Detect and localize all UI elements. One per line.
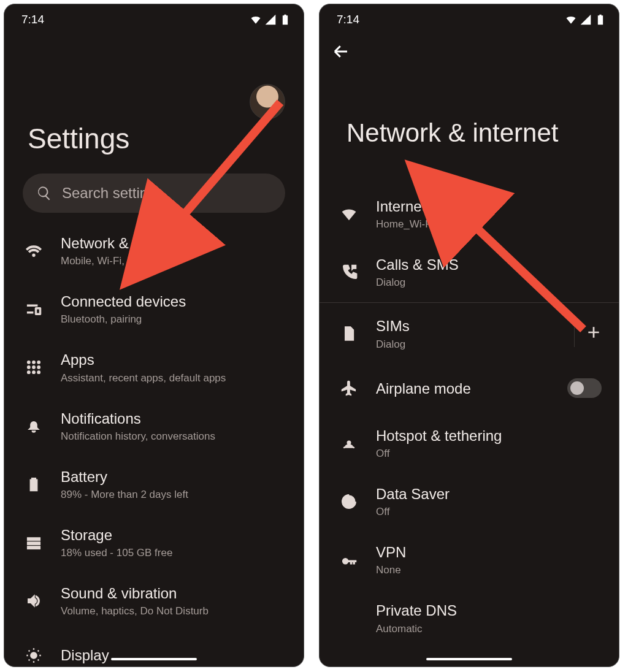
item-sub: None	[376, 564, 602, 576]
network-item-internet[interactable]: Internet Home_Wi-Fi	[320, 185, 619, 243]
svg-point-7	[33, 371, 36, 374]
svg-rect-9	[28, 537, 40, 540]
devices-icon	[21, 300, 46, 318]
item-title: Storage	[61, 525, 286, 544]
wifi-icon	[250, 13, 262, 26]
page-title: Network & internet	[320, 63, 619, 185]
svg-point-15	[348, 441, 351, 445]
network-item-sims[interactable]: SIMs Dialog	[320, 304, 619, 362]
item-title: Hotspot & tethering	[376, 426, 602, 445]
phone-sms-icon	[337, 264, 361, 281]
settings-item-connected-devices[interactable]: Connected devices Bluetooth, pairing	[4, 280, 304, 338]
divider	[574, 320, 575, 347]
apps-icon	[21, 359, 46, 376]
battery-icon	[21, 475, 46, 492]
battery-icon	[594, 13, 607, 26]
signal-icon	[580, 13, 592, 26]
airplane-toggle[interactable]	[567, 378, 602, 398]
search-icon	[36, 185, 52, 201]
item-sub: Bluetooth, pairing	[61, 313, 286, 326]
settings-item-notifications[interactable]: Notifications Notification history, conv…	[4, 397, 304, 455]
status-bar: 7:14	[4, 4, 304, 30]
brightness-icon	[21, 647, 46, 664]
home-indicator[interactable]	[111, 658, 197, 660]
svg-rect-10	[28, 541, 40, 544]
divider	[320, 302, 619, 303]
battery-icon	[279, 13, 291, 26]
phone-network: 7:14 Network & internet Internet Home_Wi…	[319, 4, 619, 667]
network-item-adaptive[interactable]: Adaptive connectivity	[320, 647, 619, 668]
wifi-icon	[337, 205, 361, 223]
svg-point-5	[37, 366, 40, 369]
item-title: Battery	[61, 467, 286, 486]
item-title: Internet	[376, 197, 602, 216]
settings-item-storage[interactable]: Storage 18% used - 105 GB free	[4, 513, 304, 571]
item-sub: Off	[376, 448, 602, 460]
wifi-icon	[565, 13, 577, 26]
network-item-calls-sms[interactable]: Calls & SMS Dialog	[320, 243, 619, 301]
phone-settings: 7:14 Settings Search settings Network & …	[4, 4, 304, 667]
item-title: SIMs	[376, 316, 559, 335]
svg-rect-11	[28, 546, 40, 549]
data-saver-icon	[337, 493, 361, 510]
item-title: Apps	[61, 350, 286, 369]
status-time: 7:14	[21, 13, 44, 26]
add-sim-button[interactable]	[586, 324, 602, 343]
item-title: Adaptive connectivity	[376, 660, 602, 668]
svg-point-3	[28, 366, 31, 369]
sim-icon	[337, 325, 361, 342]
network-item-hotspot[interactable]: Hotspot & tethering Off	[320, 414, 619, 472]
back-button[interactable]	[320, 30, 619, 63]
svg-rect-14	[348, 333, 351, 338]
item-sub: Dialog	[376, 277, 602, 289]
item-title: Calls & SMS	[376, 255, 602, 274]
settings-item-sound[interactable]: Sound & vibration Volume, haptics, Do No…	[4, 571, 304, 630]
item-sub: Mobile, Wi-Fi, hotspot	[61, 255, 286, 267]
network-list: Internet Home_Wi-Fi Calls & SMS Dialog S…	[320, 185, 619, 667]
avatar[interactable]	[250, 84, 285, 120]
item-sub: Dialog	[376, 338, 559, 351]
network-item-airplane[interactable]: Airplane mode	[320, 363, 619, 414]
svg-point-0	[28, 361, 31, 364]
item-sub: Automatic	[376, 623, 602, 635]
vpn-key-icon	[337, 551, 361, 568]
search-placeholder: Search settings	[62, 185, 163, 202]
status-icons	[250, 13, 291, 26]
item-title: Airplane mode	[376, 375, 553, 402]
item-sub: Notification history, conversations	[61, 430, 286, 443]
network-item-private-dns[interactable]: Private DNS Automatic	[320, 589, 619, 647]
network-item-data-saver[interactable]: Data Saver Off	[320, 472, 619, 530]
svg-point-1	[33, 361, 36, 364]
item-title: Display	[61, 642, 286, 667]
item-sub: Volume, haptics, Do Not Disturb	[61, 605, 286, 617]
settings-list: Network & internet Mobile, Wi-Fi, hotspo…	[4, 221, 304, 667]
item-title: Private DNS	[376, 601, 602, 620]
item-sub: 18% used - 105 GB free	[61, 547, 286, 559]
volume-icon	[21, 592, 46, 609]
hotspot-icon	[337, 434, 361, 451]
bell-icon	[21, 417, 46, 434]
svg-point-8	[37, 371, 40, 374]
settings-item-apps[interactable]: Apps Assistant, recent apps, default app…	[4, 338, 304, 396]
svg-point-6	[28, 371, 31, 374]
network-item-vpn[interactable]: VPN None	[320, 530, 619, 589]
settings-item-battery[interactable]: Battery 89% - More than 2 days left	[4, 455, 304, 513]
item-title: Data Saver	[376, 484, 602, 503]
item-sub: Assistant, recent apps, default apps	[61, 372, 286, 384]
search-input[interactable]: Search settings	[23, 174, 285, 213]
status-icons	[565, 13, 607, 26]
svg-point-4	[33, 366, 36, 369]
settings-item-display[interactable]: Display	[4, 630, 304, 667]
signal-icon	[264, 13, 277, 26]
svg-point-12	[31, 652, 36, 658]
item-title: Notifications	[61, 409, 286, 428]
svg-point-2	[37, 361, 40, 364]
item-title: Sound & vibration	[61, 584, 286, 603]
item-title: Network & internet	[61, 234, 286, 253]
wifi-icon	[21, 242, 46, 259]
item-sub: Home_Wi-Fi	[376, 218, 602, 231]
home-indicator[interactable]	[426, 658, 512, 660]
item-title: Connected devices	[61, 292, 286, 311]
item-sub: Off	[376, 506, 602, 518]
settings-item-network[interactable]: Network & internet Mobile, Wi-Fi, hotspo…	[4, 221, 304, 280]
